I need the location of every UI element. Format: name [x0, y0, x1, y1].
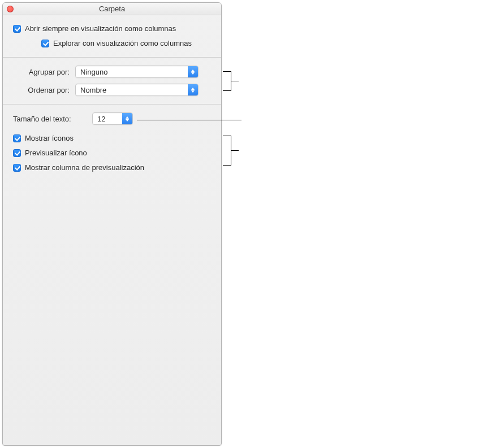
show-preview-column-row[interactable]: Mostrar columna de previsualización: [13, 162, 211, 173]
titlebar: Carpeta: [3, 3, 221, 15]
sort-by-label: Ordenar por:: [13, 86, 75, 94]
checkbox-checked-icon[interactable]: [13, 25, 21, 33]
browse-column-row[interactable]: Explorar con visualización como columnas: [41, 38, 211, 49]
close-icon[interactable]: [7, 6, 14, 12]
text-size-popup[interactable]: 12: [92, 112, 133, 125]
show-icons-label: Mostrar íconos: [25, 133, 74, 144]
window-title: Carpeta: [3, 5, 221, 13]
group-by-popup[interactable]: Ninguno: [75, 66, 199, 78]
display-checkboxes: Mostrar íconos Previsualizar ícono Mostr…: [13, 133, 211, 173]
preview-icon-row[interactable]: Previsualizar ícono: [13, 147, 211, 159]
chevron-up-down-icon: [122, 113, 132, 124]
browse-label: Explorar con visualización como columnas: [53, 38, 192, 49]
view-options-window: Carpeta Abrir siempre en visualización c…: [2, 2, 222, 446]
sort-by-value: Nombre: [76, 86, 106, 94]
chevron-up-down-icon: [188, 84, 198, 95]
callout-checkboxes: [223, 131, 240, 175]
checkbox-checked-icon[interactable]: [41, 40, 49, 47]
checkbox-checked-icon[interactable]: [13, 134, 21, 142]
section-display: Tamaño del texto: 12 Mostrar íconos Prev…: [3, 105, 221, 181]
text-size-row: Tamaño del texto: 12: [13, 112, 211, 125]
show-preview-column-label: Mostrar columna de previsualización: [25, 162, 144, 173]
group-by-value: Ninguno: [76, 68, 107, 76]
text-size-label: Tamaño del texto:: [13, 115, 92, 123]
always-open-label: Abrir siempre en visualización como colu…: [25, 23, 176, 34]
always-open-column-row[interactable]: Abrir siempre en visualización como colu…: [13, 23, 211, 34]
callout-group-sort: [223, 61, 240, 104]
checkbox-checked-icon[interactable]: [13, 149, 21, 157]
sort-by-row: Ordenar por: Nombre: [13, 84, 211, 96]
chevron-up-down-icon: [188, 66, 198, 77]
show-icons-row[interactable]: Mostrar íconos: [13, 133, 211, 144]
checkbox-checked-icon[interactable]: [13, 164, 21, 172]
group-by-row: Agrupar por: Ninguno: [13, 66, 211, 78]
group-by-label: Agrupar por:: [13, 68, 75, 76]
sort-by-popup[interactable]: Nombre: [75, 84, 199, 96]
section-grouping: Agrupar por: Ninguno Ordenar por: Nombre: [3, 58, 221, 105]
section-view-mode: Abrir siempre en visualización como colu…: [3, 15, 221, 58]
text-size-value: 12: [93, 115, 105, 123]
callout-text-size: [137, 120, 241, 121]
preview-icon-label: Previsualizar ícono: [25, 147, 87, 159]
